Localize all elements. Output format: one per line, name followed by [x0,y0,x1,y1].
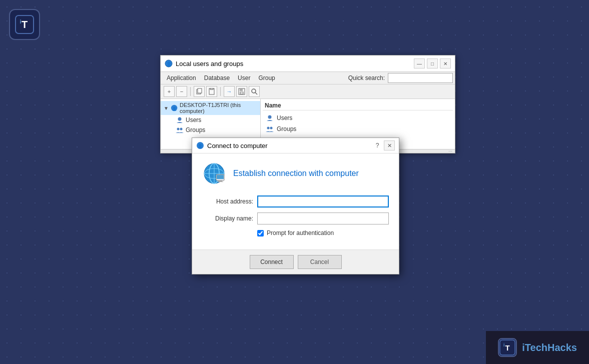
menu-application[interactable]: Application [163,73,200,83]
svg-point-15 [252,89,256,93]
dialog-titlebar: 👤 Connect to computer ? ✕ [192,138,399,154]
host-address-label: Host address: [202,198,257,205]
tree-groups-label: Groups [186,126,205,134]
dialog-title: Connect to computer [207,142,268,150]
expand-arrow-icon: ▼ [164,106,169,111]
titlebar-left: 👤 Local users and groups [165,60,243,68]
connect-dialog: 👤 Connect to computer ? ✕ [192,138,399,274]
host-address-input[interactable] [257,196,389,208]
prompt-auth-checkbox[interactable] [257,230,264,236]
quick-search-area: Quick search: [348,73,453,83]
menu-items: Application Database User Group [163,73,348,83]
computer-tree-icon: 👤 [171,104,178,112]
svg-rect-14 [240,92,243,94]
svg-text:👤: 👤 [172,106,177,111]
dialog-body: Establish connection with computer Host … [192,154,399,250]
svg-text:i: i [503,342,504,348]
toolbar-copy-btn[interactable] [194,86,205,97]
toolbar-remove-btn[interactable]: − [176,86,187,97]
prompt-auth-label: Prompt for authentication [267,230,334,236]
display-name-label: Display name: [202,215,257,222]
svg-text:👤: 👤 [166,61,172,67]
main-window-title: Local users and groups [176,60,243,68]
content-groups-icon [266,125,274,133]
logo-badge: T i [9,9,40,40]
svg-point-23 [267,127,270,130]
svg-point-21 [180,128,183,130]
display-name-row: Display name: [202,212,389,224]
minimize-button[interactable]: — [414,58,425,68]
content-users-icon [266,114,274,122]
svg-point-19 [178,118,182,121]
logo-icon: T i [15,14,35,34]
menu-user[interactable]: User [234,73,254,83]
app-icon: 👤 [165,60,173,68]
tree-groups-item[interactable]: Groups [161,125,260,135]
svg-rect-33 [217,175,224,179]
connect-button[interactable]: Connect [250,255,294,269]
svg-line-16 [255,92,257,94]
svg-rect-34 [218,180,222,182]
svg-rect-9 [198,88,202,93]
help-button[interactable]: ? [373,141,382,150]
svg-text:👤: 👤 [198,144,203,148]
dialog-titlebar-left: 👤 Connect to computer [196,142,268,150]
content-column-header: Name [263,101,453,110]
users-tree-icon [176,116,184,124]
svg-point-24 [270,127,273,130]
quick-search-label: Quick search: [348,74,385,82]
svg-point-20 [177,128,180,130]
close-button[interactable]: ✕ [440,58,451,68]
dialog-close-button[interactable]: ✕ [384,140,395,150]
dialog-header-title: Establish connection with computer [233,169,359,178]
tree-users-item[interactable]: Users [161,115,260,125]
dialog-header-section: Establish connection with computer [202,162,389,186]
computer-label: DESKTOP-T1J5TRI (this computer) [180,102,257,114]
svg-rect-11 [210,88,213,90]
dialog-controls: ? ✕ [373,140,395,150]
host-address-row: Host address: [202,196,389,208]
toolbar-sep-1 [190,87,191,96]
toolbar-paste-btn[interactable] [206,86,217,97]
toolbar-search-btn[interactable] [249,86,260,97]
menu-group[interactable]: Group [254,73,279,83]
menu-bar: Application Database User Group Quick se… [161,72,455,84]
cancel-button[interactable]: Cancel [298,255,342,269]
maximize-button[interactable]: □ [427,58,438,68]
content-groups-label: Groups [277,126,296,132]
svg-rect-13 [240,88,243,91]
groups-tree-icon [176,126,184,134]
content-users-label: Users [277,114,292,122]
svg-text:T: T [505,344,510,352]
toolbar-sep-2 [220,87,221,96]
svg-text:i: i [20,18,21,24]
toolbar-connect-btn[interactable]: → [224,86,235,97]
display-name-input[interactable] [257,212,389,224]
tree-users-label: Users [186,116,201,124]
resize-dots-icon: ⋯ [448,149,453,154]
toolbar-add-btn[interactable]: + [164,86,175,97]
network-icon [202,162,226,186]
menu-database[interactable]: Database [200,73,234,83]
dialog-app-icon: 👤 [196,142,204,150]
window-controls: — □ ✕ [414,58,451,68]
content-groups-item[interactable]: Groups [263,124,453,134]
brand-name: iTechHacks [522,342,577,354]
prompt-auth-row: Prompt for authentication [257,230,389,236]
toolbar-save-btn[interactable] [236,86,247,97]
tree-computer-item[interactable]: ▼ 👤 DESKTOP-T1J5TRI (this computer) [161,101,260,115]
svg-text:T: T [22,19,28,30]
main-window-titlebar: 👤 Local users and groups — □ ✕ [161,56,455,72]
quick-search-input[interactable] [388,73,453,83]
svg-point-22 [268,116,272,119]
brand-badge: T i iTechHacks [486,331,589,364]
svg-rect-35 [217,182,223,182]
brand-logo-icon: T i [498,338,517,357]
toolbar: + − → [161,84,455,99]
dialog-footer: Connect Cancel [192,250,399,274]
content-users-item[interactable]: Users [263,112,453,124]
